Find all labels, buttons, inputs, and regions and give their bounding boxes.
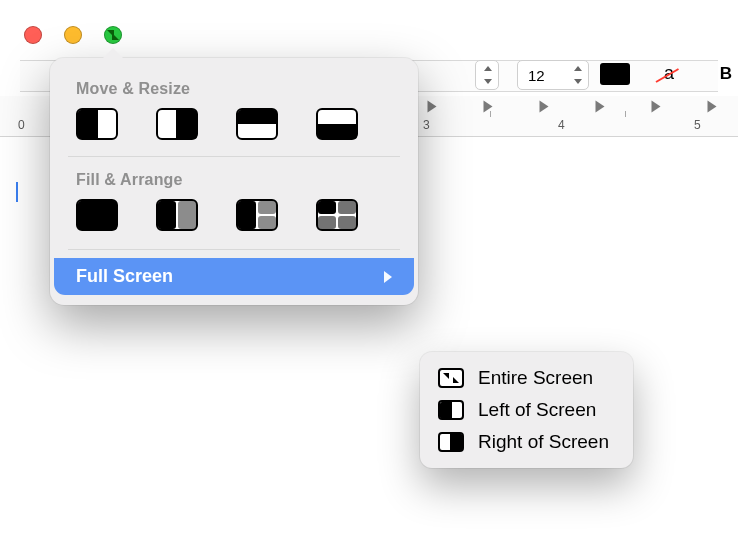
arrange-quarters-button[interactable] [316, 199, 358, 231]
cell-icon [258, 201, 276, 214]
arrange-left-plus-two-button[interactable] [236, 199, 278, 231]
submenu-item-right-of-screen[interactable]: Right of Screen [432, 426, 615, 458]
cell-icon [258, 216, 276, 229]
fill-arrange-row [54, 199, 414, 247]
ruler-tab-stop[interactable] [708, 101, 717, 113]
section-title-move-resize: Move & Resize [76, 80, 414, 98]
ruler-number: 5 [694, 118, 701, 132]
font-family-stepper[interactable] [475, 60, 499, 90]
popover-separator [68, 156, 400, 157]
cell-icon [318, 201, 336, 214]
ruler-number: 4 [558, 118, 565, 132]
text-caret [16, 182, 18, 202]
window-traffic-lights [24, 26, 122, 44]
window-tiling-popover: Move & Resize Fill & Arrange [50, 58, 418, 305]
cell-icon [338, 201, 356, 214]
cell-icon [158, 201, 176, 229]
left-of-screen-icon [438, 400, 464, 420]
submenu-label: Entire Screen [478, 367, 593, 389]
cell-icon [318, 216, 336, 229]
entire-screen-icon [438, 368, 464, 388]
tile-right-half-button[interactable] [156, 108, 198, 140]
tile-bottom-half-button[interactable] [316, 108, 358, 140]
cell-icon [338, 216, 356, 229]
full-screen-submenu: Entire Screen Left of Screen Right of Sc… [420, 352, 633, 468]
cell-icon [178, 201, 196, 229]
ruler-number: 0 [18, 118, 25, 132]
submenu-label: Left of Screen [478, 399, 596, 421]
ruler-number: 3 [423, 118, 430, 132]
full-screen-menu-item[interactable]: Full Screen [54, 258, 414, 295]
cell-icon [238, 201, 256, 229]
font-size-value: 12 [528, 67, 545, 84]
close-window-button[interactable] [24, 26, 42, 44]
ruler-tab-stop[interactable] [652, 101, 661, 113]
text-color-swatch[interactable] [600, 63, 630, 85]
zoom-window-button[interactable] [104, 26, 122, 44]
ruler-tab-stop[interactable] [596, 101, 605, 113]
strikethrough-button[interactable]: a [654, 58, 684, 88]
submenu-item-entire-screen[interactable]: Entire Screen [432, 362, 615, 394]
popover-separator [68, 249, 400, 250]
submenu-item-left-of-screen[interactable]: Left of Screen [432, 394, 615, 426]
submenu-label: Right of Screen [478, 431, 609, 453]
tile-top-half-button[interactable] [236, 108, 278, 140]
ruler-tick [625, 111, 626, 117]
minimize-window-button[interactable] [64, 26, 82, 44]
font-size-field[interactable]: 12 [517, 60, 589, 90]
ruler-tab-stop[interactable] [428, 101, 437, 113]
ruler-tab-stop[interactable] [484, 101, 493, 113]
move-resize-row [54, 108, 414, 156]
section-title-fill-arrange: Fill & Arrange [76, 171, 414, 189]
chevron-right-icon [384, 271, 392, 283]
ruler-tab-stop[interactable] [540, 101, 549, 113]
bold-button[interactable]: B [712, 60, 738, 88]
tile-left-half-button[interactable] [76, 108, 118, 140]
right-of-screen-icon [438, 432, 464, 452]
arrange-two-vertical-button[interactable] [156, 199, 198, 231]
full-screen-label: Full Screen [76, 266, 173, 287]
bold-glyph: B [720, 64, 732, 84]
fill-screen-button[interactable] [76, 199, 118, 231]
